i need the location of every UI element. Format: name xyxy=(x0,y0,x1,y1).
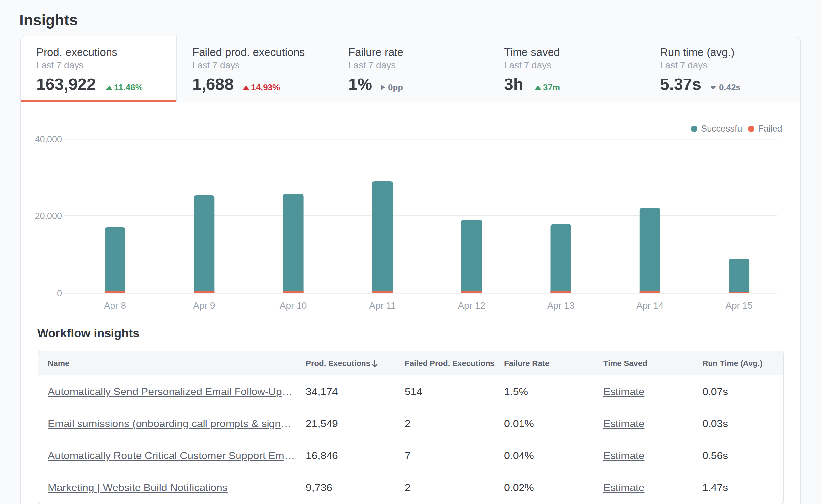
svg-text:Apr 11: Apr 11 xyxy=(369,301,396,311)
svg-text:Apr 10: Apr 10 xyxy=(280,301,307,311)
svg-text:20,000: 20,000 xyxy=(35,211,62,221)
svg-text:40,000: 40,000 xyxy=(35,134,62,144)
svg-text:Apr 13: Apr 13 xyxy=(547,301,574,311)
svg-text:Apr 9: Apr 9 xyxy=(193,301,215,311)
svg-text:Apr 14: Apr 14 xyxy=(636,301,664,311)
svg-text:Apr 12: Apr 12 xyxy=(458,301,485,311)
svg-text:Apr 8: Apr 8 xyxy=(104,301,126,311)
svg-text:0: 0 xyxy=(57,288,62,298)
svg-text:Successful: Successful xyxy=(701,124,744,133)
svg-text:Failed: Failed xyxy=(758,124,782,133)
svg-text:Apr 15: Apr 15 xyxy=(725,301,753,311)
